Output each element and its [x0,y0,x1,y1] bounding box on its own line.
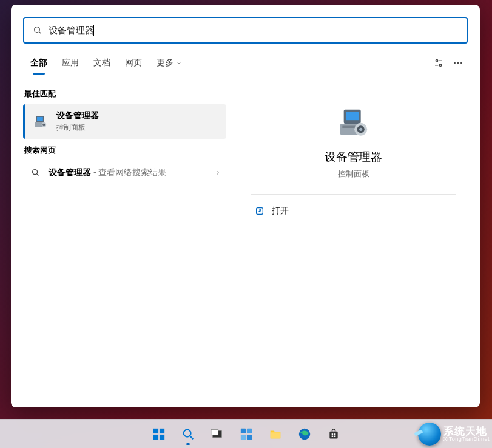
svg-rect-10 [37,116,43,121]
svg-rect-36 [240,434,245,439]
chevron-down-icon [176,60,182,66]
web-search-term: 设备管理器 [49,167,91,177]
edge-browser-button[interactable] [292,422,317,446]
tab-web[interactable]: 网页 [118,53,149,73]
chevron-right-icon [214,169,221,176]
svg-point-0 [35,27,40,33]
svg-point-7 [457,62,459,64]
search-input-value: 设备管理器 [49,25,94,36]
open-icon [255,206,265,216]
section-best-match-label: 最佳匹配 [23,82,226,104]
svg-rect-25 [153,428,158,433]
svg-rect-44 [334,435,335,437]
search-icon [28,168,42,177]
microsoft-store-button[interactable] [322,422,346,446]
svg-rect-40 [329,431,337,438]
file-explorer-button[interactable] [263,422,288,446]
more-options-icon[interactable] [448,53,468,73]
svg-rect-33 [211,429,218,435]
section-search-web-label: 搜索网页 [23,139,226,161]
web-search-hint: - 查看网络搜索结果 [91,167,166,177]
device-manager-icon [337,107,371,141]
svg-rect-34 [240,428,245,433]
svg-line-30 [189,435,192,438]
search-panel: 设备管理器 全部 应用 文档 网页 更多 最佳匹配 设备管理器 [11,5,480,407]
svg-rect-35 [246,428,251,433]
tab-documents[interactable]: 文档 [86,53,118,73]
svg-rect-38 [270,432,280,438]
svg-rect-28 [159,434,164,439]
detail-pane: 设备管理器 控制面板 打开 [238,82,468,395]
open-label: 打开 [272,206,289,216]
detail-header: 设备管理器 控制面板 [251,107,456,195]
svg-point-14 [44,124,45,125]
watermark: 系统天地 XiTongTianDi.net [418,423,490,446]
results-left-column: 最佳匹配 设备管理器 控制面板 搜索网页 设备管理器 - 查看网络搜索结果 [23,82,226,395]
svg-rect-20 [342,126,355,129]
svg-rect-18 [346,112,359,120]
search-box[interactable]: 设备管理器 [23,17,468,44]
tab-all[interactable]: 全部 [23,53,55,73]
svg-line-1 [39,32,41,33]
tab-more-label: 更多 [157,58,174,69]
widgets-button[interactable] [234,422,258,446]
taskbar-search-button[interactable] [176,422,200,446]
text-cursor [93,25,94,36]
open-action[interactable]: 打开 [251,195,456,227]
svg-rect-41 [331,433,333,435]
device-manager-icon [32,113,49,130]
watermark-url: XiTongTianDi.net [443,436,490,442]
web-search-item[interactable]: 设备管理器 - 查看网络搜索结果 [23,161,226,184]
svg-rect-26 [159,428,164,433]
detail-subtitle: 控制面板 [338,169,369,179]
svg-point-29 [183,429,190,436]
svg-rect-42 [334,433,335,435]
svg-point-4 [439,64,442,67]
quick-settings-icon[interactable] [429,53,448,73]
best-match-item[interactable]: 设备管理器 控制面板 [23,104,226,139]
svg-rect-43 [331,435,333,437]
svg-point-15 [32,170,37,175]
tab-more[interactable]: 更多 [149,53,189,73]
detail-title: 设备管理器 [325,149,382,165]
start-button[interactable] [147,422,171,446]
svg-point-8 [460,62,462,64]
tab-apps[interactable]: 应用 [55,53,86,73]
task-view-button[interactable] [205,422,229,446]
watermark-brand: 系统天地 [443,426,490,436]
search-icon [33,25,42,35]
best-match-subtitle: 控制面板 [56,122,99,133]
svg-rect-27 [153,434,158,439]
watermark-logo-icon [418,423,441,446]
svg-line-16 [36,174,38,176]
results-area: 最佳匹配 设备管理器 控制面板 搜索网页 设备管理器 - 查看网络搜索结果 [11,76,480,407]
svg-point-2 [436,59,438,62]
best-match-title: 设备管理器 [56,110,99,121]
tabs-row: 全部 应用 文档 网页 更多 [11,50,480,76]
svg-point-23 [359,128,362,131]
svg-point-6 [454,62,456,64]
svg-rect-37 [246,434,251,439]
